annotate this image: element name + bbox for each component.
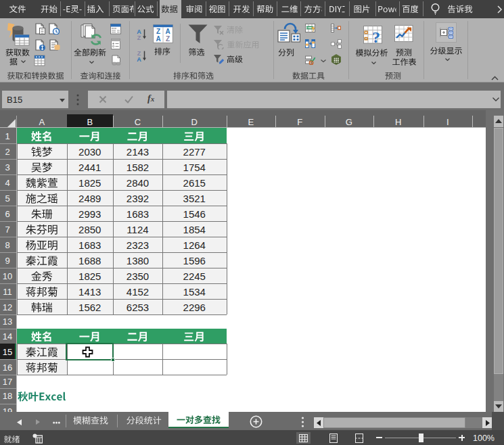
svg-text:Z: Z [137,34,141,41]
svg-text:Z: Z [156,28,160,35]
svg-text:A: A [156,35,160,43]
svg-text:A: A [165,28,170,35]
svg-text:A: A [137,56,141,62]
svg-text:Z: Z [166,35,170,43]
svg-text:?: ? [372,28,380,45]
